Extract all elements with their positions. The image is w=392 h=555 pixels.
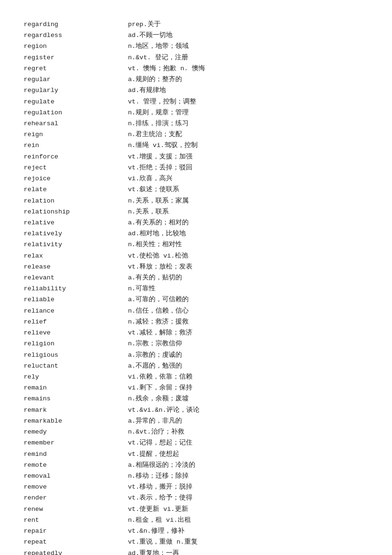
definition: n.排练，排演；练习 [128,118,368,129]
word: relevant [24,272,128,283]
word-entry: reluctanta.不愿的，勉强的 [24,361,368,371]
word-entry: reliablea.可靠的，可信赖的 [24,294,368,305]
definition: a.有关的，贴切的 [128,272,368,283]
definition: n.租金，租 vi.出租 [128,515,368,526]
word-entry: reliabilityn.可靠性 [24,283,368,294]
word: relieve [24,327,128,338]
word: regularly [24,85,128,96]
word: regular [24,74,128,85]
definition: vt.减轻，解除；救济 [128,327,368,338]
definition: vt.增援，支援；加强 [128,151,368,162]
word-entry: relaxvt.使松弛 vi.松弛 [24,250,368,261]
word: remark [24,405,128,416]
word: renew [24,504,128,515]
word-entry: relativityn.相关性；相对性 [24,239,368,250]
definition: vt.使松弛 vi.松弛 [128,250,368,261]
word-entry: reliancen.信任，信赖，信心 [24,305,368,316]
definition: vt.拒绝；丢掉；驳回 [128,162,368,173]
word: rehearsal [24,118,128,129]
word: relativity [24,239,128,250]
word: religious [24,350,128,361]
definition: vt.使更新 vi.更新 [128,504,368,515]
word: remind [24,449,128,460]
word: region [24,41,128,52]
definition: vt.移动，搬开；脱掉 [128,481,368,492]
word: repeat [24,536,128,547]
definition: a.相隔很远的；冷淡的 [128,460,368,471]
definition: n.信任，信赖，信心 [128,305,368,316]
word: relax [24,250,128,261]
word: repair [24,526,128,536]
definition: n.可靠性 [128,283,368,294]
definition: n.君主统治；支配 [128,129,368,140]
definition: vt.&n.修理，修补 [128,526,368,536]
word-entry: releasevt.释放；放松；发表 [24,261,368,272]
word: reluctant [24,361,128,371]
word: regarding [24,19,128,30]
definition: vt.重说，重做 n.重复 [128,536,368,547]
word: regulate [24,96,128,107]
word-entry: relativelyad.相对地，比较地 [24,228,368,239]
word: reliable [24,294,128,305]
definition: vi.依赖，依靠；信赖 [128,371,368,382]
definition: prep.关于 [128,19,368,30]
word-entry: regardlessad.不顾一切地 [24,30,368,41]
word: rent [24,515,128,526]
word: religion [24,338,128,349]
word-entry: reignn.君主统治；支配 [24,129,368,140]
definition: a.规则的；整齐的 [128,74,368,85]
word-entry: repeatedly ad.重复地；一再 [24,548,368,555]
word-entry: regretvt. 懊悔；抱歉 n. 懊悔 [24,63,368,74]
definition: vt.记得，想起；记住 [128,437,368,448]
word: relatively [24,228,128,239]
word: remarkable [24,416,128,426]
definition: a.可靠的，可信赖的 [128,294,368,305]
definition: ad.有规律地 [128,85,368,96]
word-entry: registern.&vt. 登记，注册 [24,52,368,63]
word: relationship [24,206,128,217]
definition: n.相关性；相对性 [128,239,368,250]
definition: vi.欣喜，高兴 [128,173,368,184]
definition: ad.重复地；一再 [128,548,368,555]
word-entry: regularlyad.有规律地 [24,85,368,96]
word: regardless [24,30,128,41]
word-entry: rent n.租金，租 vi.出租 [24,515,368,526]
definition: n.关系，联系；家属 [128,195,368,206]
word: regulation [24,107,128,118]
word: relative [24,217,128,228]
definition: vt.提醒，使想起 [128,449,368,460]
word-entry: regulate vt. 管理，控制；调整 [24,96,368,107]
word-entry: regionn.地区，地带；领域 [24,41,368,52]
word-list: regardingprep.关于regardlessad.不顾一切地region… [24,19,368,555]
word-entry: remotea.相隔很远的；冷淡的 [24,460,368,471]
word-entry: rely vi.依赖，依靠；信赖 [24,371,368,382]
definition: n.残余，余额；废墟 [128,393,368,404]
definition: n.&vt. 登记，注册 [128,52,368,63]
word: rely [24,371,128,382]
word-entry: reinn.缰绳 vi.驾驭，控制 [24,140,368,151]
word-entry: remedyn.&vt.治疗；补救 [24,426,368,437]
definition: vi.剩下，余留；保持 [128,382,368,393]
word: render [24,492,128,503]
word-entry: relevanta.有关的，贴切的 [24,272,368,283]
definition: vt. 管理，控制；调整 [128,96,368,107]
word: removal [24,471,128,481]
word-entry: religionn.宗教；宗教信仰 [24,338,368,349]
definition: a.不愿的，勉强的 [128,361,368,371]
word-entry: regulara.规则的；整齐的 [24,74,368,85]
word: relation [24,195,128,206]
word: register [24,52,128,63]
definition: a.异常的，非凡的 [128,416,368,426]
definition: n.&vt.治疗；补救 [128,426,368,437]
word-entry: religious a.宗教的；虔诚的 [24,350,368,361]
definition: ad.不顾一切地 [128,30,368,41]
word: reliability [24,283,128,294]
word: remain [24,382,128,393]
word: remote [24,460,128,471]
word-entry: repeatvt.重说，重做 n.重复 [24,536,368,547]
definition: n.规则，规章；管理 [128,107,368,118]
word-entry: relationshipn.关系，联系 [24,206,368,217]
word: reliance [24,305,128,316]
word-entry: renewvt.使更新 vi.更新 [24,504,368,515]
definition: n.减轻；救济；援救 [128,316,368,327]
